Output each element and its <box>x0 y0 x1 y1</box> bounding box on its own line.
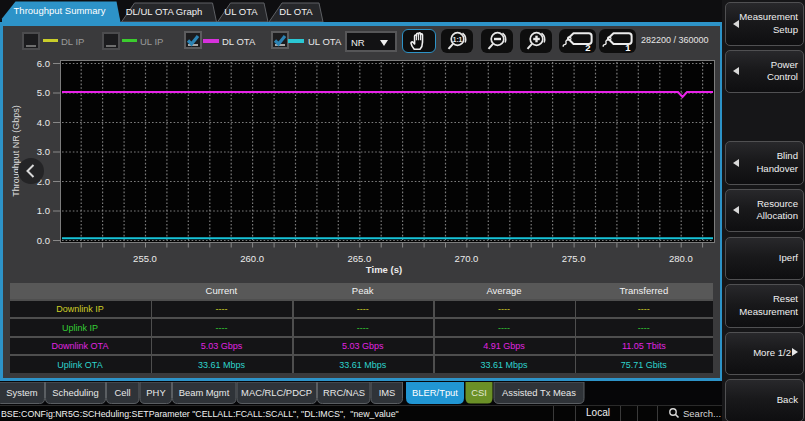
svg-text:DL/UL OTA Graph: DL/UL OTA Graph <box>126 6 203 17</box>
svg-text:Throughput Summary: Throughput Summary <box>14 5 106 16</box>
svg-text:IMS: IMS <box>379 387 396 398</box>
svg-text:Cell: Cell <box>114 387 130 398</box>
svg-text:Assisted Tx Meas: Assisted Tx Meas <box>502 387 576 398</box>
svg-text:BLER/Tput: BLER/Tput <box>412 387 458 398</box>
svg-text:DL OTA: DL OTA <box>279 6 313 17</box>
svg-text:1: 1 <box>625 42 631 53</box>
svg-text:UL OTA: UL OTA <box>224 6 258 17</box>
svg-text:MAC/RLC/PDCP: MAC/RLC/PDCP <box>241 387 312 398</box>
svg-text:Scheduling: Scheduling <box>52 387 98 398</box>
svg-text:2: 2 <box>585 42 590 53</box>
svg-text:PHY: PHY <box>146 387 166 398</box>
svg-text:Beam Mgmt: Beam Mgmt <box>179 387 230 398</box>
svg-text:CSI: CSI <box>471 387 487 398</box>
svg-text:RRC/NAS: RRC/NAS <box>323 387 365 398</box>
svg-text:System: System <box>6 387 37 398</box>
svg-text:1:1: 1:1 <box>453 36 463 43</box>
